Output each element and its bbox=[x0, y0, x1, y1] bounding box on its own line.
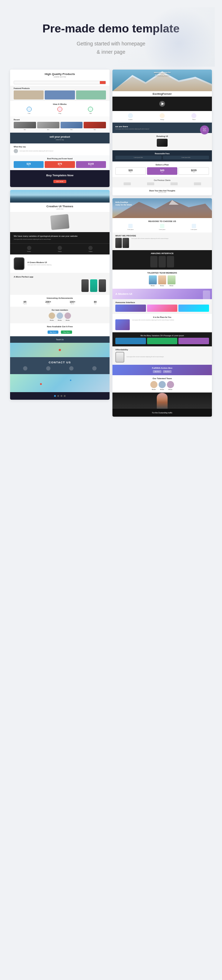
dc-stat-lbl-3: Awards bbox=[70, 303, 75, 305]
dm-client-logo-3 bbox=[170, 182, 178, 185]
dc-footer-dot-3 bbox=[60, 395, 62, 397]
dm-thoughts-sub: Share your ideas bbox=[115, 192, 209, 193]
eco-recent: Recent Item Item Item bbox=[10, 116, 109, 133]
dma-talented-section: Our Talented Team Member Member Membe bbox=[113, 375, 212, 393]
eco-product-card-3[interactable] bbox=[76, 91, 106, 99]
dc-appstore-button[interactable]: App Store bbox=[48, 331, 59, 334]
dc-skyline bbox=[10, 195, 109, 202]
eco-search-input[interactable] bbox=[14, 81, 100, 84]
dma-hero-text: Hello,Goodbyeready for the future bbox=[115, 201, 132, 206]
dc-icon-lbl-3: Feature bbox=[89, 251, 92, 252]
demo-ecommerce: High Quality Products subtitle text line… bbox=[10, 70, 109, 187]
dma-cta-section: For the Oustanding traffic bbox=[113, 409, 212, 417]
dc-footer-dot-4 bbox=[64, 395, 66, 397]
eco-how-title: How It Works bbox=[14, 103, 106, 105]
dma-phone-2 bbox=[122, 238, 129, 248]
eco-recent-item-1[interactable]: Item bbox=[14, 122, 36, 130]
dm-plan-label-2: /mo bbox=[149, 172, 176, 173]
dma-team-grid: Member Member Member bbox=[115, 275, 209, 286]
dma-provide-content: Lorem ipsum dolor sit amet consectetur a… bbox=[115, 238, 209, 248]
dc-contact-section: CONTACT US bbox=[10, 357, 109, 374]
dm-select-plan: Select a Plan $20 /mo $49 /mo $229 /mo bbox=[113, 161, 212, 177]
dma-action-title: Fulfillith Action Box bbox=[115, 367, 209, 369]
dm-plan-card-2[interactable]: $49 /mo bbox=[147, 167, 178, 175]
dm-we-title: we are there bbox=[115, 126, 209, 127]
dc-touch-section: Touch Us bbox=[10, 336, 109, 343]
dc-watch-text: Lorem ipsum dolor sit amet consectetur a… bbox=[27, 264, 106, 266]
eco-test-title: What they say bbox=[14, 146, 106, 148]
dc-icons-row: Feature Feature Feature bbox=[10, 243, 109, 255]
dc-smartwatch-section: A Green Modern UI Lorem ipsum dolor sit … bbox=[10, 255, 109, 273]
eco-how-works: How It Works Cart Ship Gift bbox=[10, 101, 109, 116]
eco-icon-ship: Ship bbox=[57, 107, 62, 114]
dma-place-section: It is the Place for You Lorem ipsum dolo… bbox=[113, 314, 212, 332]
eco-recent-item-3[interactable]: Item bbox=[60, 122, 83, 130]
eco-price-card-2[interactable]: $79 /mo bbox=[45, 161, 75, 168]
dma-appstore-button[interactable]: App Store bbox=[153, 370, 161, 373]
dma-place-text: Lorem ipsum dolor sit amet consectetur a… bbox=[132, 319, 209, 330]
dc-achievements: Interesting Achievements 85 Projects 200… bbox=[10, 295, 109, 307]
dc-footer bbox=[10, 392, 109, 400]
eco-pricing-cards: $29 /mo $79 /mo $149 /mo bbox=[14, 161, 106, 168]
dc-icon-shape-2 bbox=[58, 246, 62, 250]
dma-awesome-item-2 bbox=[147, 305, 178, 312]
dc-member-avatar-2 bbox=[57, 312, 63, 319]
eco-price-3: $149 bbox=[78, 162, 105, 165]
eco-cta-button[interactable]: BUY NOW bbox=[53, 180, 66, 183]
eco-search-button[interactable] bbox=[100, 81, 106, 84]
dm-clients-title: Our Previous Clients bbox=[115, 179, 209, 181]
dma-member-name-1: Member bbox=[151, 285, 155, 286]
dma-reason-icon-3 bbox=[192, 224, 196, 228]
dc-team-row: Member Member Member bbox=[14, 312, 106, 321]
dc-playstore-button[interactable]: Play Store bbox=[61, 331, 72, 334]
dc-stat-2: 200+ Clients bbox=[45, 301, 51, 305]
dc-phone-2 bbox=[90, 279, 97, 292]
dma-playstore-button[interactable]: Play Store bbox=[163, 370, 171, 373]
eco-product-card-2[interactable] bbox=[45, 91, 75, 99]
eco-price-label-3: /mo bbox=[78, 165, 105, 167]
dc-footer-dot-1 bbox=[54, 395, 56, 397]
eco-product-card-1[interactable] bbox=[14, 91, 44, 99]
dma-woman-section bbox=[113, 393, 212, 409]
dma-provide-section: WHAT WE PROVIDE Lorem ipsum dolor sit am… bbox=[113, 232, 212, 250]
dm-plan-card-3[interactable]: $229 /mo bbox=[178, 167, 209, 175]
main-title: Pre-made demo template bbox=[14, 22, 208, 35]
dm-plan-label-1: /mo bbox=[117, 172, 144, 173]
eco-price-card-3[interactable]: $149 /mo bbox=[76, 161, 106, 168]
eco-recent-img-2 bbox=[37, 122, 59, 128]
dma-tal-name-2: Member bbox=[160, 389, 164, 390]
dma-tal-member-2: Member bbox=[159, 381, 166, 390]
dma-watch-row: Lorem ipsum dolor sit amet consectetur a… bbox=[115, 352, 209, 363]
dma-int-title: AMAZING INTERFACE bbox=[115, 252, 209, 255]
dma-cta-title: For the Oustanding traffic bbox=[115, 412, 209, 414]
header-section: Pre-made demo template Getting started w… bbox=[7, 7, 215, 67]
dm-plan-card-1[interactable]: $20 /mo bbox=[115, 167, 146, 175]
dm-features: Location Settings Theme bbox=[113, 111, 212, 123]
dma-member-2: Member bbox=[158, 275, 166, 286]
dma-int-phone-1 bbox=[150, 256, 157, 267]
dc-contact-icon-1 bbox=[23, 366, 27, 371]
eco-recent-item-2[interactable]: Item bbox=[37, 122, 59, 130]
eco-cart-icon bbox=[27, 107, 32, 112]
dc-stat-lbl-4: Team bbox=[94, 303, 97, 305]
dm-test-scroll: Lorem ipsum dolor Lorem ipsum dolor bbox=[115, 156, 209, 159]
dma-awesome-item-1 bbox=[115, 305, 146, 312]
dma-tal-avatar-2 bbox=[159, 381, 166, 388]
eco-search-bar[interactable] bbox=[14, 81, 106, 84]
dc-dark-section: We have many varieties of typological ph… bbox=[10, 232, 109, 243]
eco-gift-label: Gift bbox=[89, 113, 92, 114]
dma-member-name-2: Member bbox=[160, 285, 164, 286]
eco-ship-icon bbox=[57, 107, 62, 112]
dm-play-button[interactable] bbox=[159, 101, 165, 107]
dma-reason-icon-1 bbox=[128, 224, 133, 228]
dc-touch-title: Touch Us bbox=[14, 339, 106, 340]
dc-app-section: A More Perfect app bbox=[10, 273, 109, 295]
dc-avail-title: Now Available Get It Free bbox=[14, 326, 106, 328]
dma-avatar-3 bbox=[168, 275, 176, 285]
eco-recent-item-4[interactable]: Item bbox=[84, 122, 106, 130]
dma-place-image bbox=[115, 319, 130, 330]
eco-price-label-2: /mo bbox=[46, 165, 73, 167]
eco-price-card-1[interactable]: $29 /mo bbox=[14, 161, 44, 168]
dc-member-avatar-3 bbox=[65, 312, 71, 319]
dc-product-image bbox=[50, 214, 69, 230]
